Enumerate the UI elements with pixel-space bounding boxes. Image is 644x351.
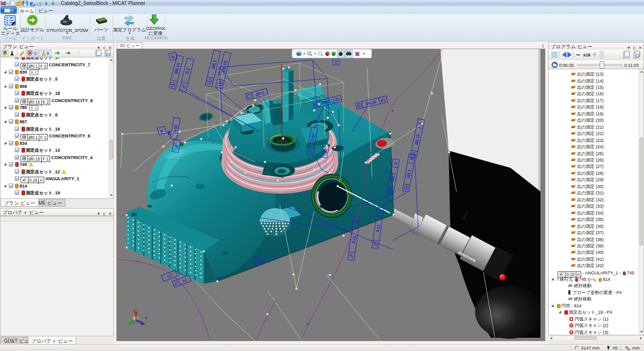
svg-text:3: 3 — [34, 51, 36, 56]
svg-text:#8: #8 — [613, 346, 617, 351]
svg-text:Z: Z — [133, 308, 135, 313]
svg-text:0:11:03: 0:11:03 — [624, 63, 639, 68]
svg-text:C,2: C,2 — [279, 143, 284, 146]
svg-text:B: B — [160, 129, 163, 134]
svg-text:9: 9 — [47, 51, 49, 56]
svg-text:C: C — [258, 260, 260, 264]
svg-text:x16: x16 — [583, 53, 590, 57]
svg-text:0.2: 0.2 — [185, 67, 191, 74]
svg-text:6147 mm: 6147 mm — [581, 346, 600, 351]
svg-text:0:06:35: 0:06:35 — [559, 63, 574, 68]
svg-text:D: D — [335, 60, 337, 64]
svg-text:X: X — [145, 316, 147, 320]
svg-text:D: D — [171, 54, 175, 59]
svg-text:mm: mm — [632, 346, 640, 351]
svg-text:Y: Y — [122, 315, 125, 320]
svg-text:M: M — [0, 0, 6, 6]
